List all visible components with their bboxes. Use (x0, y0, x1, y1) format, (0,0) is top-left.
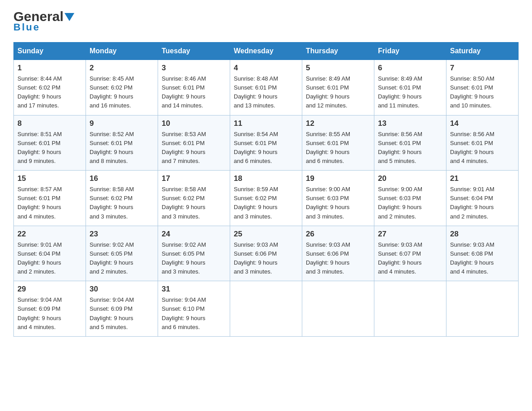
day-number: 16 (90, 174, 154, 183)
day-info: Sunrise: 8:52 AMSunset: 6:01 PMDaylight:… (90, 130, 154, 166)
weekday-header-row: SundayMondayTuesdayWednesdayThursdayFrid… (14, 43, 519, 60)
day-number: 14 (450, 119, 515, 128)
day-info: Sunrise: 8:51 AMSunset: 6:01 PMDaylight:… (17, 130, 82, 166)
day-info: Sunrise: 9:02 AMSunset: 6:05 PMDaylight:… (90, 240, 154, 277)
day-info: Sunrise: 9:03 AMSunset: 6:07 PMDaylight:… (378, 240, 442, 277)
calendar-cell: 30Sunrise: 9:04 AMSunset: 6:09 PMDayligh… (86, 281, 158, 337)
calendar-cell: 17Sunrise: 8:58 AMSunset: 6:02 PMDayligh… (158, 171, 230, 226)
day-info: Sunrise: 8:59 AMSunset: 6:02 PMDaylight:… (234, 185, 298, 221)
day-number: 4 (234, 64, 298, 73)
calendar-cell: 18Sunrise: 8:59 AMSunset: 6:02 PMDayligh… (230, 171, 302, 226)
calendar-table: SundayMondayTuesdayWednesdayThursdayFrid… (13, 42, 519, 337)
day-info: Sunrise: 9:01 AMSunset: 6:04 PMDaylight:… (450, 185, 515, 221)
calendar-week-row: 22Sunrise: 9:01 AMSunset: 6:04 PMDayligh… (14, 226, 519, 281)
day-number: 3 (162, 64, 226, 73)
calendar-week-row: 1Sunrise: 8:44 AMSunset: 6:02 PMDaylight… (14, 60, 519, 116)
day-info: Sunrise: 8:58 AMSunset: 6:02 PMDaylight:… (162, 185, 226, 221)
day-info: Sunrise: 8:44 AMSunset: 6:02 PMDaylight:… (17, 74, 82, 111)
calendar-cell: 28Sunrise: 9:03 AMSunset: 6:08 PMDayligh… (446, 226, 519, 281)
day-info: Sunrise: 9:04 AMSunset: 6:09 PMDaylight:… (17, 295, 82, 332)
day-number: 21 (450, 174, 515, 183)
day-number: 23 (90, 230, 154, 239)
day-number: 29 (17, 285, 82, 294)
day-info: Sunrise: 8:46 AMSunset: 6:01 PMDaylight:… (162, 74, 226, 111)
weekday-header-wednesday: Wednesday (230, 43, 302, 60)
calendar-cell: 16Sunrise: 8:58 AMSunset: 6:02 PMDayligh… (86, 171, 158, 226)
calendar-cell: 15Sunrise: 8:57 AMSunset: 6:01 PMDayligh… (14, 171, 86, 226)
day-info: Sunrise: 9:00 AMSunset: 6:03 PMDaylight:… (306, 185, 370, 221)
calendar-cell: 31Sunrise: 9:04 AMSunset: 6:10 PMDayligh… (158, 281, 230, 337)
calendar-cell: 12Sunrise: 8:55 AMSunset: 6:01 PMDayligh… (302, 115, 374, 171)
calendar-cell (446, 281, 519, 337)
day-number: 18 (234, 174, 298, 183)
logo-blue-text: Blue (13, 21, 40, 33)
day-info: Sunrise: 8:53 AMSunset: 6:01 PMDaylight:… (162, 130, 226, 166)
weekday-header-tuesday: Tuesday (158, 43, 230, 60)
weekday-header-thursday: Thursday (302, 43, 374, 60)
calendar-cell: 23Sunrise: 9:02 AMSunset: 6:05 PMDayligh… (86, 226, 158, 281)
day-info: Sunrise: 9:03 AMSunset: 6:06 PMDaylight:… (306, 240, 370, 277)
day-info: Sunrise: 9:03 AMSunset: 6:06 PMDaylight:… (234, 240, 298, 277)
day-number: 30 (90, 285, 154, 294)
day-number: 24 (162, 230, 226, 239)
day-info: Sunrise: 8:57 AMSunset: 6:01 PMDaylight:… (17, 185, 82, 221)
day-info: Sunrise: 8:55 AMSunset: 6:01 PMDaylight:… (306, 130, 370, 166)
calendar-cell: 21Sunrise: 9:01 AMSunset: 6:04 PMDayligh… (446, 171, 519, 226)
day-number: 13 (378, 119, 442, 128)
day-info: Sunrise: 8:56 AMSunset: 6:01 PMDaylight:… (378, 130, 442, 166)
calendar-cell: 1Sunrise: 8:44 AMSunset: 6:02 PMDaylight… (14, 60, 86, 116)
calendar-cell: 2Sunrise: 8:45 AMSunset: 6:02 PMDaylight… (86, 60, 158, 116)
calendar-cell (230, 281, 302, 337)
calendar-cell: 26Sunrise: 9:03 AMSunset: 6:06 PMDayligh… (302, 226, 374, 281)
calendar-cell: 14Sunrise: 8:56 AMSunset: 6:01 PMDayligh… (446, 115, 519, 171)
day-number: 7 (450, 64, 515, 73)
calendar-cell: 4Sunrise: 8:48 AMSunset: 6:01 PMDaylight… (230, 60, 302, 116)
calendar-cell: 24Sunrise: 9:02 AMSunset: 6:05 PMDayligh… (158, 226, 230, 281)
svg-marker-0 (64, 13, 74, 21)
page-header: General Blue (13, 9, 519, 33)
weekday-header-sunday: Sunday (14, 43, 86, 60)
day-number: 12 (306, 119, 370, 128)
weekday-header-saturday: Saturday (446, 43, 519, 60)
calendar-cell: 7Sunrise: 8:50 AMSunset: 6:01 PMDaylight… (446, 60, 519, 116)
day-info: Sunrise: 8:49 AMSunset: 6:01 PMDaylight:… (306, 74, 370, 111)
day-number: 11 (234, 119, 298, 128)
weekday-header-monday: Monday (86, 43, 158, 60)
day-number: 8 (17, 119, 82, 128)
day-info: Sunrise: 9:02 AMSunset: 6:05 PMDaylight:… (162, 240, 226, 277)
day-info: Sunrise: 8:58 AMSunset: 6:02 PMDaylight:… (90, 185, 154, 221)
day-number: 27 (378, 230, 442, 239)
calendar-cell (374, 281, 446, 337)
calendar-cell: 9Sunrise: 8:52 AMSunset: 6:01 PMDaylight… (86, 115, 158, 171)
calendar-cell: 19Sunrise: 9:00 AMSunset: 6:03 PMDayligh… (302, 171, 374, 226)
calendar-cell: 5Sunrise: 8:49 AMSunset: 6:01 PMDaylight… (302, 60, 374, 116)
calendar-cell: 11Sunrise: 8:54 AMSunset: 6:01 PMDayligh… (230, 115, 302, 171)
day-number: 26 (306, 230, 370, 239)
day-number: 10 (162, 119, 226, 128)
weekday-header-friday: Friday (374, 43, 446, 60)
day-number: 22 (17, 230, 82, 239)
calendar-cell (302, 281, 374, 337)
day-info: Sunrise: 9:01 AMSunset: 6:04 PMDaylight:… (17, 240, 82, 277)
calendar-cell: 13Sunrise: 8:56 AMSunset: 6:01 PMDayligh… (374, 115, 446, 171)
calendar-cell: 3Sunrise: 8:46 AMSunset: 6:01 PMDaylight… (158, 60, 230, 116)
day-info: Sunrise: 8:54 AMSunset: 6:01 PMDaylight:… (234, 130, 298, 166)
day-number: 1 (17, 64, 82, 73)
day-info: Sunrise: 8:45 AMSunset: 6:02 PMDaylight:… (90, 74, 154, 111)
day-info: Sunrise: 9:04 AMSunset: 6:09 PMDaylight:… (90, 295, 154, 332)
day-number: 15 (17, 174, 82, 183)
calendar-cell: 20Sunrise: 9:00 AMSunset: 6:03 PMDayligh… (374, 171, 446, 226)
calendar-cell: 25Sunrise: 9:03 AMSunset: 6:06 PMDayligh… (230, 226, 302, 281)
logo-triangle-icon (64, 13, 74, 23)
day-number: 25 (234, 230, 298, 239)
calendar-cell: 29Sunrise: 9:04 AMSunset: 6:09 PMDayligh… (14, 281, 86, 337)
logo: General Blue (13, 9, 74, 33)
day-info: Sunrise: 8:50 AMSunset: 6:01 PMDaylight:… (450, 74, 515, 111)
day-number: 20 (378, 174, 442, 183)
calendar-cell: 22Sunrise: 9:01 AMSunset: 6:04 PMDayligh… (14, 226, 86, 281)
calendar-cell: 27Sunrise: 9:03 AMSunset: 6:07 PMDayligh… (374, 226, 446, 281)
calendar-week-row: 15Sunrise: 8:57 AMSunset: 6:01 PMDayligh… (14, 171, 519, 226)
day-info: Sunrise: 9:00 AMSunset: 6:03 PMDaylight:… (378, 185, 442, 221)
day-number: 9 (90, 119, 154, 128)
calendar-cell: 10Sunrise: 8:53 AMSunset: 6:01 PMDayligh… (158, 115, 230, 171)
